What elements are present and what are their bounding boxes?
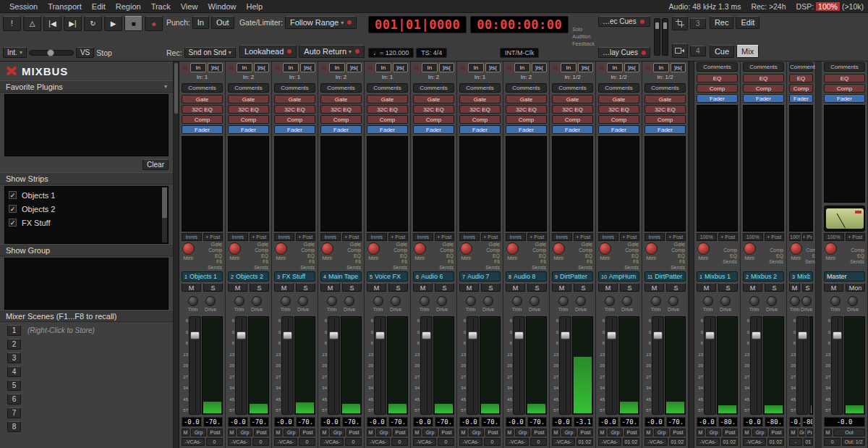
fader-slider[interactable]: [467, 316, 479, 415]
input-gain-knob[interactable]: [825, 242, 837, 255]
input-mode-dropdown[interactable]: Inmis: [182, 233, 202, 241]
vca-assign-button[interactable]: -VCAs-: [743, 438, 766, 446]
input-gain-knob[interactable]: [321, 242, 333, 255]
trim-knob[interactable]: [188, 296, 198, 306]
peak-display[interactable]: -80.: [802, 417, 814, 427]
comments-button[interactable]: Comments: [697, 62, 738, 72]
comp-toggle[interactable]: Comp: [301, 248, 315, 253]
metering-post-button[interactable]: Post: [723, 428, 738, 436]
fader-processor[interactable]: Fader: [697, 94, 738, 103]
solo-button[interactable]: S: [388, 283, 408, 292]
record-arm-button[interactable]: [367, 64, 374, 72]
metering-post-button[interactable]: Post: [671, 428, 686, 436]
drive-knob[interactable]: [252, 296, 262, 306]
scrollbar-thumb[interactable]: [162, 187, 167, 218]
solo-button[interactable]: S: [481, 283, 501, 292]
processor-box[interactable]: [789, 105, 813, 232]
comp-toggle[interactable]: Comp: [625, 248, 639, 253]
fader-handle[interactable]: [798, 331, 807, 339]
comp-toggle[interactable]: Comp: [393, 248, 407, 253]
gate-toggle[interactable]: Gate: [350, 242, 361, 248]
input-gain-knob[interactable]: [744, 242, 756, 255]
record-arm-button[interactable]: [459, 64, 467, 72]
mute-mini-button[interactable]: M: [274, 428, 282, 436]
metering-post-button[interactable]: Post: [208, 428, 223, 436]
peak-display[interactable]: -70.: [342, 417, 362, 427]
comp-toggle[interactable]: Comp: [806, 248, 816, 253]
fader-processor[interactable]: Fader: [459, 125, 501, 134]
comments-button[interactable]: Comments: [367, 83, 408, 93]
gate-processor[interactable]: Gate: [644, 95, 686, 103]
mute-mini-button[interactable]: M: [824, 428, 832, 436]
comp-toggle[interactable]: Comp: [255, 248, 268, 253]
fader-processor[interactable]: Fader: [598, 125, 639, 134]
eq-toggle[interactable]: EQ: [493, 253, 500, 259]
punch-out-button[interactable]: Out: [211, 16, 234, 29]
eq-toggle[interactable]: EQ: [585, 253, 592, 259]
input-monitor-button[interactable]: In: [283, 63, 299, 72]
fader-handle[interactable]: [561, 331, 570, 339]
input-gain-knob[interactable]: [367, 242, 380, 255]
gate-toggle[interactable]: Gate: [211, 242, 222, 248]
scene-8-button[interactable]: 8: [7, 421, 21, 432]
gate-toggle[interactable]: Gate: [304, 242, 315, 248]
meter-point-dropdown[interactable]: + Post: [527, 233, 548, 241]
meter-point-dropdown[interactable]: + Post: [574, 233, 594, 241]
metering-post-button[interactable]: Post: [254, 428, 269, 436]
mute-mini-button[interactable]: M: [320, 428, 328, 436]
mute-button[interactable]: M: [598, 283, 618, 292]
fader-slider[interactable]: [605, 316, 618, 415]
comp-toggle[interactable]: Comp: [486, 248, 500, 253]
disk-monitor-button[interactable]: )is(: [485, 63, 501, 72]
scene-6-button[interactable]: 6: [7, 394, 21, 405]
group-button[interactable]: Grp: [284, 428, 299, 436]
slider-thumb[interactable]: [663, 22, 667, 29]
shuttle-thumb[interactable]: [47, 49, 54, 56]
comp-toggle[interactable]: Comp: [723, 248, 737, 253]
channel-name-button[interactable]: 4 Main Tape: [320, 271, 362, 282]
menu-region[interactable]: Region: [111, 2, 146, 11]
loop-button[interactable]: ↻: [84, 16, 102, 31]
filter-toggle[interactable]: Flt: [587, 259, 592, 265]
drive-knob[interactable]: [767, 296, 777, 306]
shuttle-slider[interactable]: [29, 50, 74, 56]
channel-name-button[interactable]: 9 DirtPatter: [552, 271, 593, 282]
fader-processor[interactable]: Fader: [506, 125, 547, 134]
trim-knob[interactable]: [830, 296, 841, 306]
gain-display[interactable]: -0.0: [552, 417, 572, 427]
eq-toggle[interactable]: EQ: [400, 253, 407, 259]
input-monitor-button[interactable]: In: [514, 63, 530, 72]
checkbox-checked[interactable]: ✓: [9, 205, 17, 213]
peak-display[interactable]: -70.: [620, 417, 640, 427]
sends-label[interactable]: Sends: [723, 259, 737, 265]
vca-value[interactable]: 0: [206, 438, 223, 446]
mute-button[interactable]: M: [274, 283, 294, 292]
primary-clock[interactable]: 001|01|0000: [368, 16, 467, 33]
fader-processor[interactable]: Fader: [552, 125, 593, 134]
record-arm-button[interactable]: [413, 64, 420, 72]
input-gain-knob[interactable]: [553, 242, 565, 255]
tempo-button[interactable]: ♩= 120.000: [368, 48, 414, 58]
eq-toggle[interactable]: EQ: [857, 253, 864, 259]
metering-post-button[interactable]: Post: [578, 428, 593, 436]
channel-name-button[interactable]: 6 Audio 6: [413, 271, 454, 282]
channel-name-button[interactable]: 8 Audio 8: [506, 271, 547, 282]
solo-button[interactable]: S: [574, 283, 593, 292]
fader-handle[interactable]: [190, 331, 200, 339]
comp-processor[interactable]: Comp: [743, 84, 784, 93]
filter-toggle[interactable]: Flt: [263, 259, 268, 265]
group-button[interactable]: Grp: [706, 428, 721, 436]
comments-button[interactable]: Comments: [552, 83, 593, 93]
bus-percent-label[interactable]: 100%: [743, 233, 763, 241]
metering-post-button[interactable]: Post: [439, 428, 454, 436]
drive-knob[interactable]: [483, 296, 493, 306]
group-button[interactable]: Grp: [561, 428, 576, 436]
comp-toggle[interactable]: Comp: [770, 248, 783, 253]
monitor-slider-2[interactable]: [662, 18, 668, 56]
solo-button[interactable]: S: [666, 283, 686, 292]
filter-toggle[interactable]: Flt: [448, 259, 454, 265]
mute-button[interactable]: M: [367, 283, 386, 292]
metering-post-button[interactable]: Post: [769, 428, 784, 436]
eq-processor[interactable]: 32C EQ: [367, 105, 408, 114]
mute-button[interactable]: M: [552, 283, 571, 292]
